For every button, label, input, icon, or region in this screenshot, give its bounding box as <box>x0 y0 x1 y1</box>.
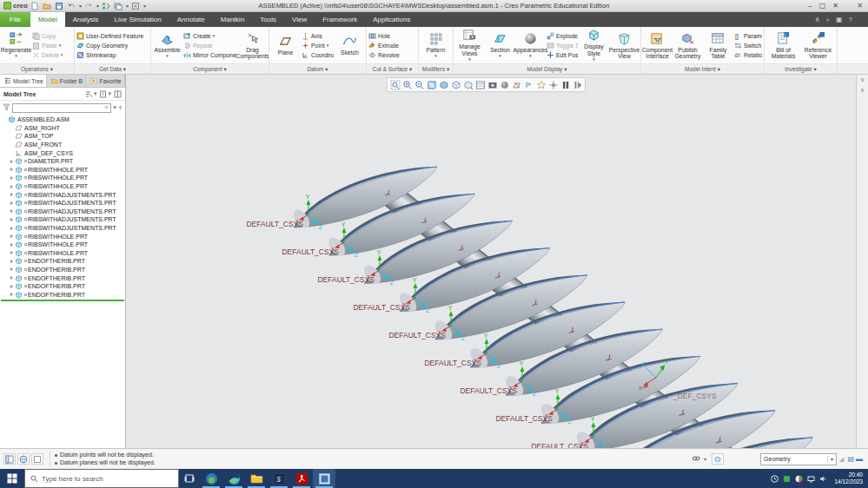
tree-item[interactable]: ENDOFTHERIB.PRT <box>0 266 125 274</box>
coordinate-system-button[interactable]: Coordinate System <box>301 51 334 59</box>
taskbar-app-file-explorer[interactable] <box>245 469 268 488</box>
tree-item[interactable]: ENDOFTHERIB.PRT <box>0 282 125 291</box>
csys-label[interactable]: DEFAULT_CSYS <box>531 442 588 448</box>
selection-filter-dropdown[interactable]: Geometry ▾ <box>760 453 837 465</box>
tab-annotate[interactable]: Annotate <box>169 12 213 27</box>
taskbar-clock[interactable]: 20:40 14/12/2023 <box>832 472 863 485</box>
task-view-button[interactable] <box>179 469 200 488</box>
tree-item[interactable]: RIBSWITHHOLE.PRT <box>0 174 125 182</box>
toggle-status-button[interactable]: Toggle Status <box>547 42 578 49</box>
tree-item[interactable]: RIBSWITHADJUSTMENTS.PRT <box>0 190 125 199</box>
csys-label[interactable]: DEFAULT_CSYS <box>424 359 481 367</box>
toggle-browser-icon[interactable] <box>17 453 30 465</box>
tree-item[interactable]: ASM_TOP <box>0 132 125 141</box>
tree-item[interactable]: RIBSWITHHOLE.PRT <box>0 232 125 241</box>
taskbar-app-acrobat[interactable] <box>290 469 313 488</box>
graphics-area[interactable]: YZXDEFAULT_CSYSYZXDEFAULT_CSYSYZXDEFAULT… <box>126 75 856 448</box>
expand-icon[interactable] <box>10 193 13 196</box>
tab-folder-browser[interactable]: Folder B <box>47 75 87 87</box>
insert-here-indicator[interactable] <box>1 300 124 301</box>
close-button[interactable]: ✕ <box>832 2 838 10</box>
strip-chevron-down-icon[interactable]: ∨ <box>860 76 865 83</box>
tab-model-tree[interactable]: Model Tree <box>0 75 47 87</box>
taskbar-app-5[interactable]: 5 <box>268 469 290 488</box>
tree-item[interactable]: RIBSWITHHOLE.PRT <box>0 166 125 175</box>
bill-of-materials-button[interactable]: i Bill of Materials <box>767 31 800 60</box>
group-label-model-display[interactable]: Model Display ▾ <box>454 63 640 74</box>
window-icon[interactable]: ▣ <box>836 16 843 23</box>
tree-columns-icon[interactable] <box>114 90 122 98</box>
collapse-icon[interactable]: ▬ <box>856 455 863 463</box>
tree-item[interactable]: DIAMETER.PRT <box>0 157 125 166</box>
expand-icon[interactable] <box>10 168 13 171</box>
browser-close-icon[interactable]: ✕ <box>857 2 863 10</box>
expand-icon[interactable] <box>10 218 13 221</box>
tab-framework[interactable]: Framework <box>315 12 365 27</box>
spin-center-icon[interactable] <box>547 79 559 90</box>
expand-icon[interactable] <box>10 293 13 296</box>
family-table-button[interactable]: Family Table <box>704 31 732 60</box>
tree-item[interactable]: ASM_DEF_CSYS <box>0 148 125 157</box>
tree-item[interactable]: RIBSWITHADJUSTMENTS.PRT <box>0 224 125 233</box>
group-label-model-intent[interactable]: Model Intent ▾ <box>641 63 764 74</box>
group-label-component[interactable]: Component ▾ <box>151 63 268 74</box>
find-caret-icon[interactable]: ▾ <box>704 456 706 462</box>
section-button[interactable]: Section▾ <box>486 31 514 59</box>
tab-live-simulation[interactable]: Live Simulation <box>106 12 169 27</box>
expand-icon[interactable] <box>10 285 13 288</box>
perspective-view-button[interactable]: Perspective View <box>610 31 639 60</box>
tray-green-app-icon[interactable] <box>783 475 791 483</box>
minimize-button[interactable]: – <box>808 2 812 10</box>
regenerate-button[interactable]: Regenerate▾ <box>2 31 30 59</box>
group-label-investigate[interactable]: Investigate ▾ <box>765 63 837 74</box>
minimize-ribbon-icon[interactable]: ∧ <box>815 16 820 23</box>
view-manager-icon[interactable] <box>474 79 486 90</box>
pause-icon[interactable] <box>560 79 571 90</box>
csys-label[interactable]: DEFAULT_CSYS <box>317 275 374 284</box>
tree-item[interactable]: RIBSWITHADJUSTMENTS.PRT <box>0 199 125 208</box>
relations-button[interactable]: d=Relations <box>734 51 762 59</box>
close-window-icon[interactable] <box>131 1 141 10</box>
parameters-button[interactable]: []Parameters <box>734 32 762 40</box>
display-style-button[interactable]: Display Style▾ <box>580 28 608 62</box>
mirror-component-button[interactable]: Mirror Component <box>183 51 236 59</box>
zoom-in-icon[interactable] <box>401 79 413 90</box>
datum-display-filters-icon[interactable] <box>511 79 522 90</box>
publish-geometry-button[interactable]: Publish Geometry <box>673 31 702 60</box>
start-button[interactable] <box>0 469 24 488</box>
group-label-modifiers[interactable]: Modifiers ▾ <box>419 63 453 74</box>
regenerate-quick-icon[interactable] <box>102 1 111 10</box>
tray-clock-icon[interactable] <box>771 475 779 483</box>
point-button[interactable]: Point▾ <box>301 42 334 49</box>
find-icon[interactable] <box>690 453 702 465</box>
expand-icon[interactable] <box>10 234 13 238</box>
capture-image-icon[interactable] <box>487 79 498 90</box>
copy-geometry-button[interactable]: Copy Geometry <box>76 42 143 49</box>
revolve-button[interactable]: Revolve <box>368 51 400 59</box>
add-filter-icon[interactable]: + <box>118 103 123 112</box>
component-interface-button[interactable]: Component Interface <box>643 31 672 60</box>
maximize-button[interactable]: ▢ <box>819 2 826 10</box>
creo-logo[interactable]: creo <box>3 2 28 10</box>
display-style-icon[interactable] <box>450 79 461 90</box>
group-label-cut-surface[interactable]: Cut & Surface ▾ <box>367 63 418 74</box>
redo-icon[interactable] <box>84 1 94 10</box>
help-icon[interactable]: ? <box>849 16 852 23</box>
expand-icon[interactable] <box>10 209 13 213</box>
refit-icon[interactable] <box>389 79 401 90</box>
expand-icon[interactable] <box>10 267 13 271</box>
expand-icon[interactable] <box>10 227 13 230</box>
taskbar-app-creo[interactable] <box>313 469 335 488</box>
open-file-icon[interactable] <box>43 1 52 10</box>
csys-label[interactable]: DEFAULT_CSYS <box>460 386 517 395</box>
window-switch-icon[interactable] <box>114 1 123 10</box>
delete-button[interactable]: Delete▾ <box>32 51 63 59</box>
tab-file[interactable]: File <box>0 12 30 27</box>
plane-button[interactable]: Plane <box>271 34 300 56</box>
tab-manikin[interactable]: Manikin <box>213 12 253 27</box>
tab-view[interactable]: View <box>284 12 315 27</box>
tab-model[interactable]: Model <box>30 12 65 27</box>
csys-label[interactable]: DEFAULT_CSYS <box>353 303 410 312</box>
taskbar-search-input[interactable]: Type here to search <box>24 469 179 488</box>
expand-icon[interactable] <box>10 176 13 180</box>
